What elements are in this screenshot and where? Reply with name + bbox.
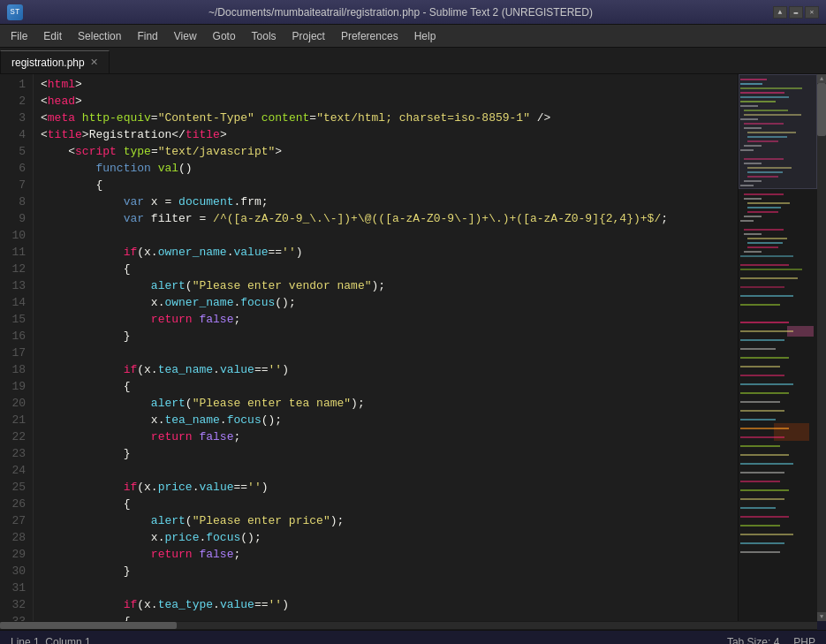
- horizontal-scrollbar[interactable]: [0, 621, 817, 630]
- code-line-25: if(x.price.value==''): [34, 479, 738, 496]
- svg-rect-27: [747, 202, 790, 204]
- menu-selection[interactable]: Selection: [71, 27, 128, 45]
- svg-rect-56: [740, 410, 784, 412]
- svg-rect-43: [740, 295, 793, 297]
- scroll-thumb[interactable]: [817, 83, 826, 136]
- code-line-23: }: [34, 445, 738, 462]
- status-left: Line 1, Column 1: [11, 636, 91, 645]
- code-line-7: {: [34, 177, 738, 193]
- menu-preferences[interactable]: Preferences: [334, 27, 405, 45]
- svg-rect-61: [740, 445, 780, 447]
- vertical-scrollbar[interactable]: ▲ ▼: [817, 74, 826, 621]
- svg-rect-28: [747, 207, 781, 208]
- code-line-32: if(x.tea_type.value==''): [34, 596, 738, 613]
- menu-bar: File Edit Selection Find View Goto Tools…: [0, 25, 826, 48]
- svg-rect-51: [740, 366, 780, 367]
- code-line-28: x.price.focus();: [34, 529, 738, 546]
- tab-close-icon[interactable]: ✕: [90, 57, 98, 68]
- svg-rect-49: [740, 348, 776, 350]
- svg-rect-36: [747, 246, 778, 248]
- svg-rect-40: [740, 269, 802, 270]
- svg-rect-41: [740, 277, 798, 279]
- svg-rect-39: [740, 264, 789, 266]
- svg-rect-52: [740, 375, 784, 376]
- title-text: ~/Documents/mumbaiteatrail/registration.…: [28, 6, 773, 19]
- svg-rect-60: [740, 436, 784, 438]
- tab-label: registration.php: [11, 57, 85, 69]
- maximize-btn[interactable]: ▬: [789, 6, 803, 19]
- code-line-14: x.owner_name.focus();: [34, 294, 738, 311]
- svg-rect-63: [740, 463, 793, 465]
- code-line-12: {: [34, 261, 738, 277]
- svg-rect-48: [740, 339, 784, 341]
- menu-help[interactable]: Help: [407, 27, 443, 45]
- code-line-13: alert("Please enter vendor name");: [34, 277, 738, 294]
- code-line-15: return false;: [34, 311, 738, 328]
- menu-view[interactable]: View: [167, 27, 204, 45]
- svg-rect-29: [747, 211, 778, 213]
- code-line-8: var x = document.frm;: [34, 193, 738, 210]
- svg-rect-71: [740, 534, 793, 535]
- scroll-track[interactable]: [817, 83, 826, 612]
- editor-container: 1 2 3 4 5 6 7 8 9 10 11 12 13 14 15 16 1…: [0, 74, 826, 621]
- minimap[interactable]: [738, 74, 817, 621]
- hscroll-track[interactable]: [0, 622, 817, 629]
- close-btn[interactable]: ✕: [805, 6, 819, 19]
- code-line-21: x.tea_name.focus();: [34, 412, 738, 428]
- syntax-label[interactable]: PHP: [793, 636, 815, 645]
- code-line-17: [34, 345, 738, 361]
- code-line-20: alert("Please enter tea name");: [34, 395, 738, 412]
- code-line-24: [34, 462, 738, 479]
- menu-find[interactable]: Find: [130, 27, 164, 45]
- minimize-btn[interactable]: ▲: [773, 6, 787, 19]
- scroll-up-arrow[interactable]: ▲: [817, 74, 826, 83]
- code-area[interactable]: <html> <head> <meta http-equiv="Content-…: [34, 74, 738, 621]
- svg-rect-53: [740, 383, 793, 385]
- code-line-31: [34, 580, 738, 596]
- code-line-10: [34, 227, 738, 244]
- svg-rect-44: [740, 304, 780, 306]
- code-line-27: alert("Please enter price");: [34, 512, 738, 529]
- menu-goto[interactable]: Goto: [206, 27, 243, 45]
- code-line-5: <script type="text/javascript">: [34, 143, 738, 160]
- code-line-2: <head>: [34, 93, 738, 110]
- code-line-19: {: [34, 378, 738, 395]
- svg-rect-42: [740, 286, 784, 288]
- svg-rect-66: [740, 489, 789, 491]
- code-line-16: }: [34, 328, 738, 345]
- svg-rect-59: [740, 428, 789, 429]
- menu-file[interactable]: File: [4, 27, 34, 45]
- svg-rect-70: [740, 525, 780, 527]
- svg-rect-47: [740, 330, 793, 332]
- code-line-26: {: [34, 496, 738, 512]
- window-controls: ▲ ▬ ✕: [773, 6, 819, 19]
- svg-rect-33: [744, 233, 762, 235]
- code-line-33: {: [34, 613, 738, 621]
- svg-rect-55: [740, 401, 780, 403]
- svg-rect-72: [740, 542, 784, 544]
- svg-rect-69: [740, 516, 789, 518]
- svg-rect-37: [744, 251, 762, 253]
- svg-rect-32: [744, 229, 784, 231]
- code-line-3: <meta http-equiv="Content-Type" content=…: [34, 110, 738, 126]
- svg-rect-73: [740, 551, 780, 553]
- tab-size[interactable]: Tab Size: 4: [727, 636, 779, 645]
- svg-rect-25: [744, 193, 784, 195]
- svg-rect-31: [740, 220, 754, 222]
- menu-tools[interactable]: Tools: [245, 27, 284, 45]
- scroll-down-arrow[interactable]: ▼: [817, 612, 826, 621]
- code-line-4: <title>Registration</title>: [34, 126, 738, 143]
- cursor-position: Line 1, Column 1: [11, 636, 91, 645]
- tab-registration[interactable]: registration.php ✕: [0, 50, 110, 73]
- code-line-9: var filter = /^([a-zA-Z0-9_\.\-])+\@(([a…: [34, 210, 738, 227]
- line-numbers: 1 2 3 4 5 6 7 8 9 10 11 12 13 14 15 16 1…: [0, 74, 34, 621]
- svg-rect-26: [744, 198, 762, 200]
- menu-edit[interactable]: Edit: [36, 27, 69, 45]
- hscroll-thumb[interactable]: [0, 622, 177, 629]
- app-icon: ST: [7, 4, 23, 20]
- svg-rect-35: [747, 242, 783, 244]
- menu-project[interactable]: Project: [285, 27, 332, 45]
- code-line-18: if(x.tea_name.value==''): [34, 361, 738, 378]
- svg-rect-65: [740, 481, 780, 482]
- code-line-1: <html>: [34, 76, 738, 93]
